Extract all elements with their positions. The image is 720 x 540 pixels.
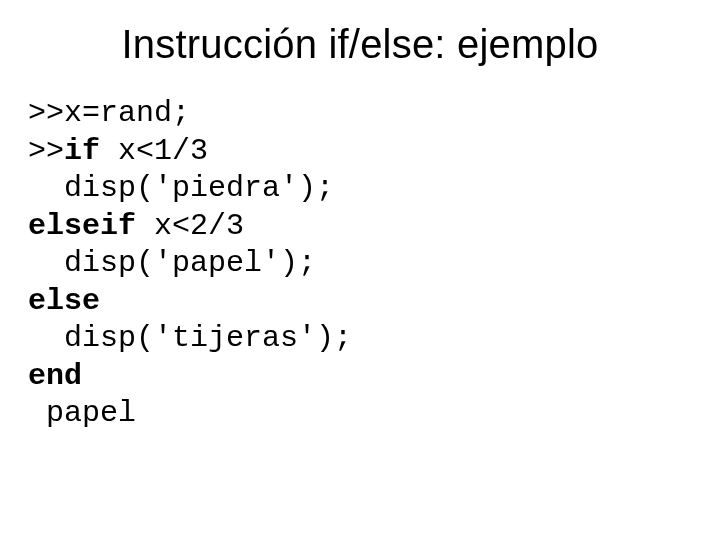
keyword-if: if <box>64 134 100 168</box>
output-text: papel <box>28 396 136 430</box>
code-text: disp('papel'); <box>28 246 316 280</box>
code-block: >>x=rand; >>if x<1/3 disp('piedra'); els… <box>28 95 692 433</box>
code-text: disp('piedra'); <box>28 171 334 205</box>
slide-title: Instrucción if/else: ejemplo <box>28 22 692 67</box>
prompt: >> <box>28 96 64 130</box>
code-text: x=rand; <box>64 96 190 130</box>
code-text: x<1/3 <box>100 134 208 168</box>
keyword-elseif: elseif <box>28 209 136 243</box>
keyword-else: else <box>28 284 100 318</box>
code-text: disp('tijeras'); <box>28 321 352 355</box>
keyword-end: end <box>28 359 82 393</box>
code-text: x<2/3 <box>136 209 244 243</box>
slide: Instrucción if/else: ejemplo >>x=rand; >… <box>0 0 720 540</box>
prompt: >> <box>28 134 64 168</box>
